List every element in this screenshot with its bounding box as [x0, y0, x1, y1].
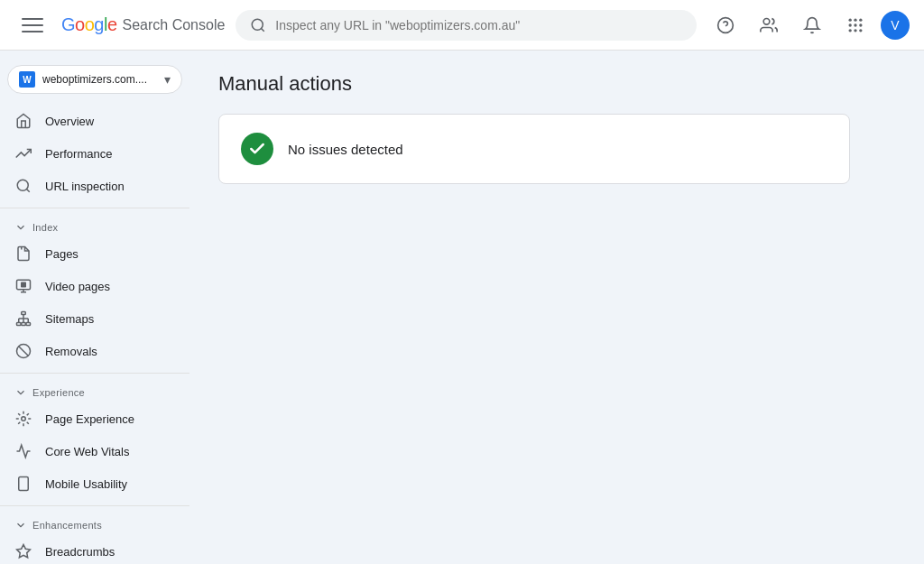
status-card: No issues detected [218, 114, 850, 184]
svg-point-12 [854, 29, 856, 32]
apps-button[interactable] [837, 7, 873, 43]
sidebar-item-overview-label: Overview [45, 115, 94, 128]
users-icon [760, 16, 778, 34]
property-selector[interactable]: W weboptimizers.com.... ▾ [7, 65, 182, 94]
svg-line-15 [26, 189, 29, 191]
vitals-icon [14, 442, 32, 460]
section-index-label: Index [32, 222, 58, 233]
sidebar-item-performance-label: Performance [45, 147, 112, 161]
property-name: weboptimizers.com.... [42, 73, 157, 86]
chevron-down-icon: ▾ [164, 72, 171, 87]
breadcrumbs-icon [14, 542, 32, 560]
apps-icon [846, 16, 864, 34]
svg-point-5 [849, 18, 852, 21]
section-enhancements[interactable]: Enhancements [0, 512, 189, 535]
search-icon [14, 177, 32, 195]
sidebar-item-mobile-usability[interactable]: Mobile Usability [0, 467, 182, 500]
svg-point-11 [849, 29, 852, 32]
page-title: Manual actions [218, 72, 895, 96]
svg-point-32 [22, 417, 26, 421]
section-experience[interactable]: Experience [0, 379, 189, 402]
status-message: No issues detected [288, 142, 403, 157]
svg-line-1 [262, 28, 264, 31]
header-actions: V [707, 7, 910, 43]
google-wordmark: Google [61, 14, 117, 35]
hamburger-icon [22, 14, 43, 36]
header-left: Google Search Console [14, 7, 225, 43]
collapse-icon [14, 386, 27, 399]
sidebar-item-sitemaps-label: Sitemaps [45, 312, 94, 326]
svg-point-8 [849, 23, 852, 26]
sidebar-item-core-web-vitals[interactable]: Core Web Vitals [0, 435, 182, 467]
notifications-icon [803, 16, 821, 34]
svg-rect-18 [21, 282, 26, 288]
sidebar-item-performance[interactable]: Performance [0, 137, 182, 170]
users-button[interactable] [751, 7, 787, 43]
svg-rect-21 [22, 312, 26, 315]
collapse-icon [14, 519, 27, 532]
section-enhancements-label: Enhancements [32, 520, 102, 531]
collapse-icon [14, 221, 27, 234]
sidebar-item-sitemaps[interactable]: Sitemaps [0, 302, 182, 335]
sidebar-item-removals[interactable]: Removals [0, 335, 182, 367]
search-input[interactable] [275, 18, 682, 32]
sidebar-item-page-experience[interactable]: Page Experience [0, 402, 182, 435]
removals-icon [14, 342, 32, 360]
main-content: Manual actions No issues detected [189, 51, 924, 564]
svg-rect-22 [17, 323, 22, 326]
sidebar-item-pages-label: Pages [45, 247, 79, 261]
sidebar-item-overview[interactable]: Overview [0, 105, 182, 137]
experience-icon [14, 410, 32, 428]
divider-2 [0, 373, 189, 374]
help-icon [716, 16, 735, 34]
section-experience-label: Experience [32, 387, 85, 398]
sidebar-item-url-inspection-label: URL inspection [45, 180, 125, 193]
sidebar-item-video-pages-label: Video pages [45, 280, 110, 293]
sidebar-item-video-pages[interactable]: Video pages [0, 270, 182, 302]
svg-point-6 [854, 18, 856, 21]
section-index[interactable]: Index [0, 214, 189, 237]
body-layout: W weboptimizers.com.... ▾ Overview P [0, 51, 924, 564]
sidebar-item-removals-label: Removals [45, 345, 97, 358]
product-name: Search Console [123, 17, 226, 33]
pages-icon [14, 245, 32, 263]
svg-point-0 [253, 19, 263, 30]
divider-1 [0, 208, 189, 208]
sidebar-item-core-web-vitals-label: Core Web Vitals [45, 445, 129, 458]
mobile-icon [14, 475, 32, 493]
avatar[interactable]: V [881, 11, 910, 40]
svg-point-9 [854, 23, 856, 26]
video-icon [14, 277, 32, 295]
svg-point-13 [859, 29, 862, 32]
property-favicon: W [19, 71, 35, 88]
success-icon [241, 133, 273, 165]
help-button[interactable] [707, 7, 744, 43]
svg-rect-23 [22, 323, 26, 326]
svg-rect-24 [26, 323, 31, 326]
svg-point-14 [17, 180, 28, 190]
svg-point-7 [859, 18, 862, 21]
sidebar-item-pages[interactable]: Pages [0, 237, 182, 270]
app-logo: Google Search Console [61, 14, 225, 35]
sidebar-item-breadcrumbs-label: Breadcrumbs [45, 545, 115, 559]
sidebar-item-breadcrumbs[interactable]: Breadcrumbs [0, 535, 182, 564]
search-bar[interactable] [236, 10, 697, 41]
sitemap-icon [14, 310, 32, 328]
svg-point-4 [763, 18, 770, 24]
sidebar-item-mobile-usability-label: Mobile Usability [45, 477, 127, 491]
svg-point-10 [859, 23, 862, 26]
home-icon [14, 112, 32, 130]
svg-line-31 [19, 347, 29, 356]
sidebar-item-url-inspection[interactable]: URL inspection [0, 170, 182, 202]
search-icon [250, 17, 266, 33]
app-header: Google Search Console [0, 0, 924, 51]
trending-up-icon [14, 144, 32, 162]
sidebar: W weboptimizers.com.... ▾ Overview P [0, 51, 189, 564]
hamburger-menu-button[interactable] [14, 7, 51, 43]
divider-3 [0, 505, 189, 506]
svg-marker-35 [17, 545, 31, 558]
checkmark-icon [248, 140, 266, 158]
sidebar-item-page-experience-label: Page Experience [45, 412, 134, 426]
notifications-button[interactable] [794, 7, 830, 43]
